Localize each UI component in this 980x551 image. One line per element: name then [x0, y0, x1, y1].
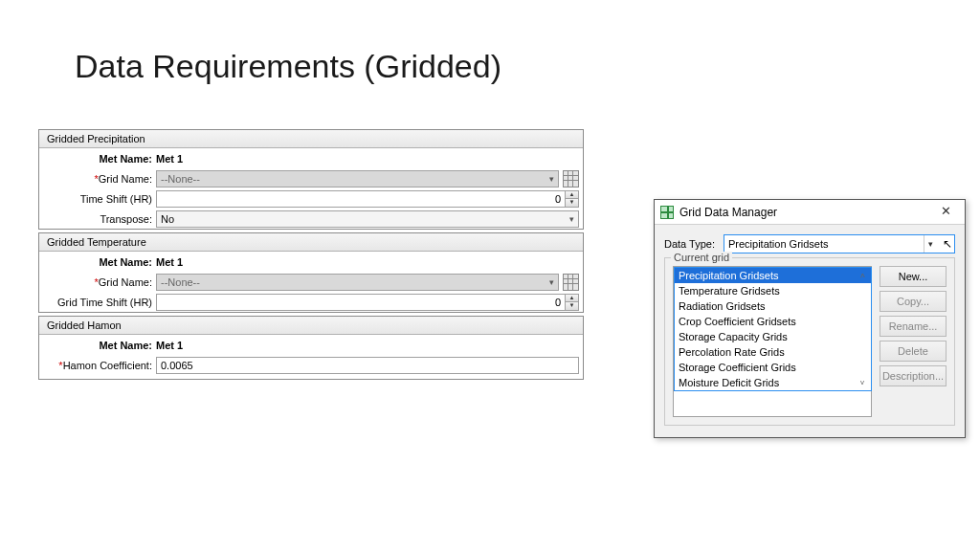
grid-listbox[interactable]: Precipitation Gridsetsʌ Temperature Grid…	[673, 266, 872, 417]
dropdown-option[interactable]: Moisture Deficit Gridsv	[675, 375, 871, 390]
grid-picker-icon[interactable]	[563, 274, 579, 291]
description-button[interactable]: Description...	[880, 365, 947, 386]
met-name-label: Met Name:	[43, 340, 156, 351]
page-title: Data Requirements (Gridded)	[75, 48, 501, 85]
grid-name-label-text: Grid Name:	[99, 173, 152, 185]
dropdown-option[interactable]: Precipitation Gridsetsʌ	[675, 268, 871, 283]
chevron-down-icon: ▾	[569, 214, 574, 224]
delete-button[interactable]: Delete	[880, 341, 947, 362]
scroll-up-icon[interactable]: ʌ	[858, 269, 867, 282]
spin-down-button[interactable]: ▼	[566, 302, 578, 310]
current-grids-fieldset: Current grid Precipitation Gridsetsʌ Tem…	[664, 257, 955, 426]
chevron-down-icon: ▾	[549, 277, 554, 287]
dropdown-option[interactable]: Storage Coefficient Grids	[675, 360, 871, 375]
opt-label: Moisture Deficit Grids	[679, 376, 779, 389]
data-type-dropdown-list: Precipitation Gridsetsʌ Temperature Grid…	[674, 267, 872, 391]
hamon-coef-label: *Hamon Coefficient:	[43, 360, 156, 371]
chevron-down-icon: ▾	[924, 235, 937, 253]
dropdown-option[interactable]: Radiation Gridsets	[675, 298, 871, 314]
panel-hamon: Gridded Hamon Met Name: Met 1 *Hamon Coe…	[38, 316, 584, 380]
dropdown-option[interactable]: Percolation Rate Grids	[675, 344, 871, 360]
panel-precipitation: Gridded Precipitation Met Name: Met 1 *G…	[38, 129, 584, 230]
fieldset-legend: Current grid	[671, 252, 732, 263]
met-name-label: Met Name:	[43, 256, 156, 268]
transpose-dropdown[interactable]: No ▾	[156, 210, 579, 228]
dropdown-option[interactable]: Temperature Gridsets	[675, 283, 871, 298]
met-name-value: Met 1	[156, 340, 579, 351]
time-shift-label: Time Shift (HR)	[43, 193, 156, 205]
new-button[interactable]: New...	[880, 266, 947, 287]
data-type-value: Precipitation Gridsets	[728, 238, 829, 250]
grid-name-dropdown[interactable]: --None-- ▾	[156, 274, 559, 291]
spin-up-button[interactable]: ▲	[566, 295, 578, 303]
met-name-value: Met 1	[156, 153, 579, 165]
grid-name-dropdown-value: --None--	[161, 276, 200, 288]
dialog-titlebar[interactable]: Grid Data Manager ✕	[655, 200, 965, 225]
hamon-coef-label-text: Hamon Coefficient:	[63, 360, 152, 371]
data-type-combobox[interactable]: Precipitation Gridsets ▾ ↖	[724, 234, 955, 253]
grid-time-shift-input[interactable]	[156, 294, 566, 311]
chevron-down-icon: ▾	[549, 174, 554, 184]
grid-picker-icon[interactable]	[563, 170, 579, 187]
met-name-value: Met 1	[156, 256, 579, 268]
grid-name-label: *Grid Name:	[43, 276, 156, 288]
dialog-title-text: Grid Data Manager	[679, 206, 932, 219]
dropdown-option[interactable]: Storage Capacity Grids	[675, 329, 871, 344]
grid-name-label: *Grid Name:	[43, 173, 156, 185]
app-icon	[660, 206, 674, 219]
rename-button[interactable]: Rename...	[880, 316, 947, 337]
met-name-label: Met Name:	[43, 153, 156, 165]
panel-tab-temperature[interactable]: Gridded Temperature	[39, 233, 583, 252]
hamon-coef-input[interactable]	[156, 357, 579, 374]
opt-label: Precipitation Gridsets	[679, 269, 779, 282]
panel-tab-precipitation[interactable]: Gridded Precipitation	[39, 130, 583, 148]
spin-up-button[interactable]: ▲	[566, 191, 578, 200]
panel-stack: Gridded Precipitation Met Name: Met 1 *G…	[38, 129, 584, 383]
panel-tab-hamon[interactable]: Gridded Hamon	[39, 317, 583, 335]
spin-down-button[interactable]: ▼	[566, 199, 578, 207]
grid-time-shift-label: Grid Time Shift (HR)	[43, 297, 156, 308]
transpose-value: No	[161, 213, 174, 225]
cursor-icon: ↖	[943, 237, 952, 251]
time-shift-input[interactable]	[156, 190, 566, 208]
grid-data-manager-dialog: Grid Data Manager ✕ Data Type: Precipita…	[654, 199, 966, 438]
grid-name-label-text: Grid Name:	[99, 276, 152, 288]
scroll-down-icon[interactable]: v	[858, 376, 867, 389]
dropdown-option[interactable]: Crop Coefficient Gridsets	[675, 314, 871, 329]
panel-temperature: Gridded Temperature Met Name: Met 1 *Gri…	[38, 232, 584, 313]
copy-button[interactable]: Copy...	[880, 291, 947, 312]
data-type-label: Data Type:	[664, 238, 724, 250]
grid-name-dropdown[interactable]: --None-- ▾	[156, 170, 559, 187]
grid-name-dropdown-value: --None--	[161, 173, 200, 185]
close-button[interactable]: ✕	[932, 203, 959, 222]
transpose-label: Transpose:	[43, 213, 156, 225]
